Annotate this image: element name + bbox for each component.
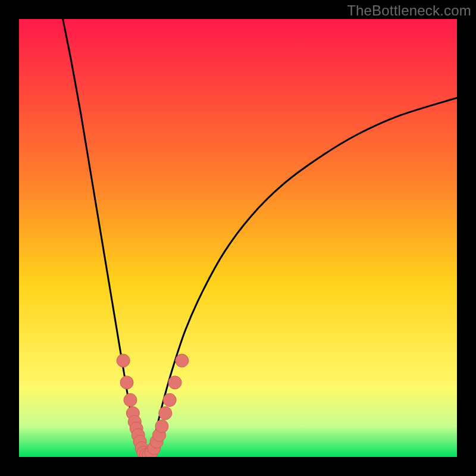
sample-point xyxy=(168,376,181,389)
sample-point xyxy=(120,376,133,389)
sample-point xyxy=(124,393,137,406)
watermark-text: TheBottleneck.com xyxy=(347,2,471,19)
sample-point xyxy=(176,354,189,367)
sample-point xyxy=(159,406,172,419)
chart-frame: TheBottleneck.com xyxy=(0,0,476,476)
sample-point xyxy=(117,354,130,367)
chart-svg xyxy=(19,19,457,457)
sample-point xyxy=(155,419,168,433)
plot-area xyxy=(19,19,457,457)
sample-point xyxy=(163,393,176,406)
gradient-background xyxy=(19,19,457,457)
